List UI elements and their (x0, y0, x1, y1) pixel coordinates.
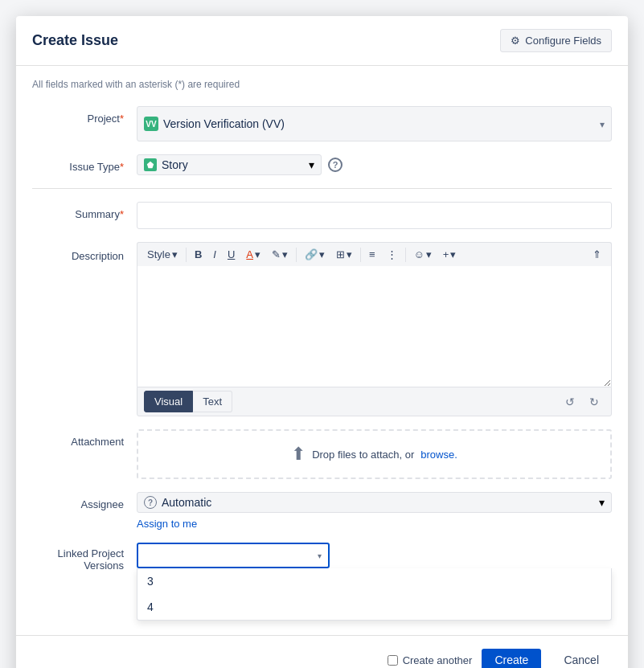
more-chevron-icon: ▾ (450, 248, 456, 260)
project-select[interactable]: Version Verification (VV) (163, 110, 597, 137)
required-note: All fields marked with an asterisk (*) a… (32, 79, 612, 90)
summary-field (137, 202, 612, 229)
linked-versions-dropdown: 3 4 (137, 568, 612, 621)
issue-type-select-container[interactable]: Story ▾ (137, 154, 322, 175)
undo-redo-group: ↺ ↻ (560, 393, 605, 411)
italic-button[interactable]: I (208, 246, 221, 263)
toolbar-separator-3 (360, 248, 361, 262)
summary-label: Summary* (32, 202, 137, 220)
text-color-icon: A (246, 248, 253, 260)
bullet-list-button[interactable]: ≡ (364, 246, 380, 263)
create-issue-modal: Create Issue ⚙ Configure Fields All fiel… (16, 16, 628, 668)
text-color-chevron-icon: ▾ (255, 248, 260, 260)
redo-button[interactable]: ↻ (584, 393, 605, 411)
editor-bottom-bar: Visual Text ↺ ↻ (137, 387, 612, 416)
highlight-icon: ✎ (272, 248, 281, 260)
project-row: Project* VV Version Verification (VV) (32, 106, 612, 141)
assignee-select[interactable]: Automatic (162, 496, 599, 509)
table-icon: ⊞ (336, 248, 345, 260)
issue-type-select[interactable]: Story (162, 158, 309, 171)
linked-versions-input-wrapper: ▾ (138, 544, 328, 567)
modal-header: Create Issue ⚙ Configure Fields (16, 16, 628, 66)
issue-type-help-icon[interactable]: ? (328, 158, 343, 172)
attachment-field: ⬆ Drop files to attach, or browse. (137, 429, 612, 479)
assignee-select-row[interactable]: ? Automatic ▾ (137, 492, 612, 513)
linked-versions-option-3[interactable]: 3 (137, 568, 611, 594)
attachment-label: Attachment (32, 429, 137, 448)
attachment-browse-link[interactable]: browse. (420, 449, 457, 461)
linked-versions-input[interactable] (138, 544, 318, 567)
bullet-list-icon: ≡ (369, 248, 375, 260)
more-icon: + (443, 248, 449, 260)
linked-versions-wrapper: ▾ 3 4 (137, 543, 612, 568)
linked-versions-option-4[interactable]: 4 (137, 594, 611, 620)
undo-button[interactable]: ↺ (560, 393, 580, 411)
emoji-icon: ☺ (414, 248, 425, 260)
emoji-chevron-icon: ▾ (426, 248, 432, 260)
collapse-icon: ⇑ (593, 248, 601, 260)
highlight-chevron-icon: ▾ (282, 248, 288, 260)
project-select-wrapper[interactable]: VV Version Verification (VV) (137, 106, 612, 141)
summary-row: Summary* (32, 202, 612, 229)
table-chevron-icon: ▾ (347, 248, 352, 260)
visual-tab[interactable]: Visual (144, 391, 193, 412)
chevron-down-icon (597, 117, 605, 130)
assign-to-me-link[interactable]: Assign to me (137, 518, 612, 530)
issue-type-wrapper: Story ▾ ? (137, 154, 612, 175)
story-icon (144, 158, 157, 171)
create-button[interactable]: Create (482, 649, 541, 668)
style-chevron-icon: ▾ (172, 248, 178, 260)
numbered-list-button[interactable]: ⋮ (382, 246, 402, 263)
text-color-button[interactable]: A ▾ (241, 246, 265, 263)
linked-project-label: Linked Project Versions (32, 543, 137, 572)
numbered-list-icon: ⋮ (387, 248, 397, 260)
description-label: Description (32, 242, 137, 262)
link-icon: 🔗 (305, 248, 318, 260)
assignee-row: Assignee ? Automatic ▾ Assign to me (32, 492, 612, 530)
editor-tab-group: Visual Text (144, 391, 232, 412)
underline-button[interactable]: U (223, 246, 240, 263)
bold-button[interactable]: B (190, 246, 207, 263)
collapse-button[interactable]: ⇑ (588, 246, 606, 263)
linked-versions-select-container: ▾ (137, 543, 330, 568)
create-another-checkbox-label[interactable]: Create another (388, 654, 473, 666)
table-button[interactable]: ⊞ ▾ (331, 246, 357, 263)
style-dropdown-button[interactable]: Style ▾ (142, 246, 183, 263)
issue-type-label: Issue Type* (32, 154, 137, 173)
project-field: VV Version Verification (VV) (137, 106, 612, 141)
modal-footer: Create another Create Cancel (16, 635, 628, 668)
linked-versions-chevron-icon: ▾ (318, 551, 322, 560)
attachment-drop-zone[interactable]: ⬆ Drop files to attach, or browse. (137, 429, 612, 479)
highlight-button[interactable]: ✎ ▾ (267, 246, 293, 263)
description-row: Description Style ▾ B I U A ▾ (32, 242, 612, 416)
description-field: Style ▾ B I U A ▾ ✎ ▾ (137, 242, 612, 416)
issue-type-row: Issue Type* Story ▾ ? (32, 154, 612, 175)
modal-body: All fields marked with an asterisk (*) a… (16, 66, 628, 635)
configure-fields-button[interactable]: ⚙ Configure Fields (500, 29, 612, 52)
more-button[interactable]: + ▾ (438, 246, 461, 263)
emoji-button[interactable]: ☺ ▾ (409, 246, 437, 263)
text-tab[interactable]: Text (193, 391, 232, 412)
gear-icon: ⚙ (511, 35, 520, 47)
issue-type-chevron-icon: ▾ (309, 158, 314, 171)
project-icon: VV (144, 117, 158, 131)
toolbar-separator-4 (405, 248, 406, 262)
create-another-checkbox[interactable] (388, 655, 398, 666)
editor-toolbar: Style ▾ B I U A ▾ ✎ ▾ (137, 242, 612, 266)
cancel-button[interactable]: Cancel (551, 649, 612, 668)
summary-input[interactable] (137, 202, 612, 229)
issue-type-field: Story ▾ ? (137, 154, 612, 175)
project-label: Project* (32, 106, 137, 125)
toolbar-separator-1 (186, 248, 187, 262)
link-button[interactable]: 🔗 ▾ (300, 246, 330, 263)
editor-area[interactable] (137, 266, 612, 387)
assignee-wrapper: ? Automatic ▾ Assign to me (137, 492, 612, 530)
toolbar-separator-2 (296, 248, 297, 262)
svg-marker-0 (147, 162, 154, 168)
link-chevron-icon: ▾ (319, 248, 325, 260)
assignee-field: ? Automatic ▾ Assign to me (137, 492, 612, 530)
attachment-drop-text: Drop files to attach, or (312, 449, 414, 461)
upload-cloud-icon: ⬆ (291, 444, 306, 465)
modal-title: Create Issue (32, 32, 118, 49)
assignee-help-icon: ? (144, 496, 157, 509)
